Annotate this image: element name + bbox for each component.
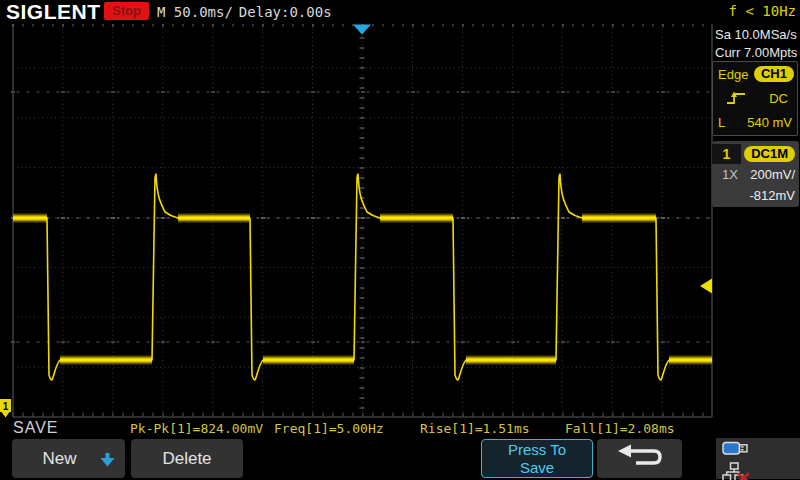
header-bar: SIGLENT Stop M 50.0ms/Delay:0.00s f < 10…	[0, 0, 800, 24]
trigger-coupling: DC	[769, 91, 788, 106]
measurement-pkpk: Pk-Pk[1]=824.00mV	[130, 421, 263, 436]
measurement-row: SAVE Pk-Pk[1]=824.00mV Freq[1]=5.00Hz Ri…	[0, 418, 800, 437]
memory-depth: Curr 7.00Mpts	[715, 44, 797, 62]
new-button[interactable]: New	[12, 439, 125, 478]
probe-attenuation: 1X	[722, 167, 738, 182]
timebase-readout: M 50.0ms/Delay:0.00s	[157, 4, 338, 20]
lan-disconnected-icon	[722, 462, 800, 480]
run-state-badge: Stop	[104, 2, 149, 20]
channel-scale: 200mV/	[750, 167, 795, 182]
channel-coupling-badge: DC1M	[744, 146, 795, 162]
trigger-level-marker	[700, 279, 712, 294]
press-to-save-line1: Press To	[508, 441, 566, 459]
trigger-source-badge: CH1	[754, 66, 794, 82]
trigger-type-label: Edge	[718, 67, 748, 82]
usb-icon	[722, 440, 800, 461]
menu-title: SAVE	[13, 419, 59, 437]
svg-text:1: 1	[3, 401, 9, 412]
channel-offset: -812mV	[749, 188, 795, 203]
waveform-display: 1	[0, 0, 800, 480]
channel-number: 1	[712, 144, 741, 164]
press-to-save-button[interactable]: Press To Save	[481, 439, 593, 478]
acquisition-info: Sa 10.0MSa/s Curr 7.00Mpts	[715, 26, 797, 62]
trigger-level-label: L	[718, 115, 725, 130]
delete-button-label: Delete	[162, 449, 211, 469]
channel1-panel: 1 DC1M 1X 200mV/ -812mV	[712, 141, 799, 207]
sample-rate: Sa 10.0MSa/s	[715, 26, 797, 44]
channel1-ground-marker: 1	[0, 399, 11, 418]
trigger-position-marker	[353, 25, 371, 35]
trigger-panel: Edge CH1 DC L 540 mV	[712, 61, 798, 136]
measurement-fall: Fall[1]=2.08ms	[565, 421, 675, 436]
soft-menu-bar: New Delete Press To Save	[0, 437, 800, 480]
delay-value: Delay:0.00s	[239, 4, 332, 20]
delete-button[interactable]: Delete	[131, 439, 243, 478]
measurement-freq: Freq[1]=5.00Hz	[274, 421, 384, 436]
brand-logo: SIGLENT	[6, 0, 101, 24]
measurement-rise: Rise[1]=1.51ms	[420, 421, 530, 436]
oscilloscope-screen: { "header": { "logo": "SIGLENT", "run_st…	[0, 0, 800, 480]
trigger-level-value: 540 mV	[747, 115, 792, 130]
press-to-save-line2: Save	[520, 459, 554, 477]
back-button[interactable]	[597, 439, 682, 478]
new-button-label: New	[42, 449, 76, 469]
status-icons-panel	[716, 438, 800, 479]
dropdown-arrow-icon	[100, 452, 115, 472]
trigger-frequency-readout: f < 10Hz	[729, 3, 796, 19]
timebase-value: M 50.0ms/	[157, 4, 233, 20]
return-arrow-icon	[616, 443, 664, 475]
rising-edge-icon	[726, 90, 746, 108]
